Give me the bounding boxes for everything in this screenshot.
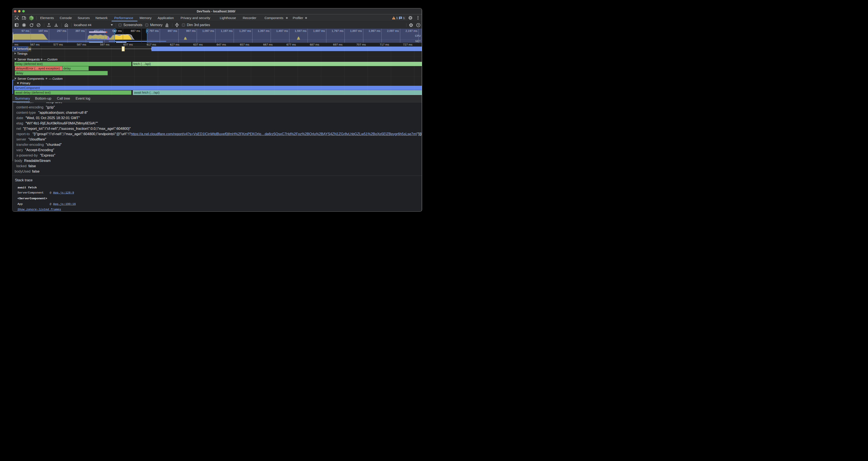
svg-text:?: ? [417, 24, 419, 26]
